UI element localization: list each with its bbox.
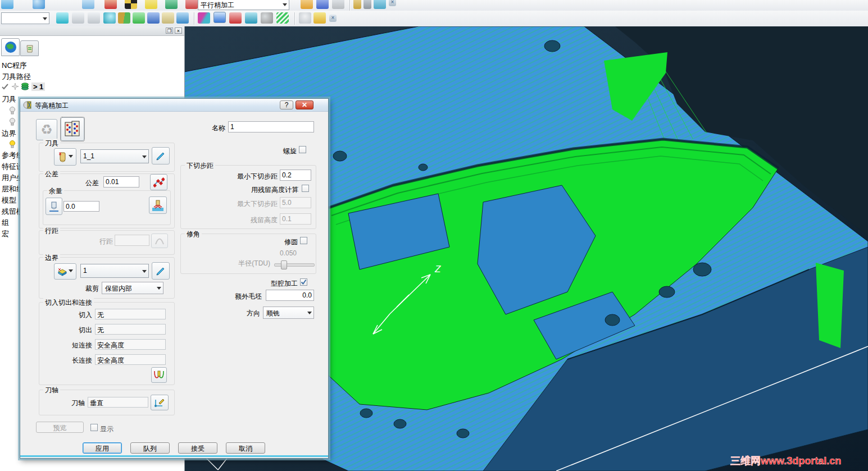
points-icon[interactable] xyxy=(185,0,198,9)
holder-icon[interactable] xyxy=(363,0,371,9)
panel-float-button[interactable]: ❐ xyxy=(166,28,173,34)
extra-stock-input[interactable]: 0.0 xyxy=(266,290,314,301)
round-corners-checkbox[interactable] xyxy=(300,237,307,244)
leads-icon[interactable] xyxy=(104,0,117,9)
rotate-icon[interactable] xyxy=(103,12,116,24)
name-input[interactable]: 1 xyxy=(228,121,314,132)
boundary-combo[interactable]: 1 xyxy=(80,264,149,278)
bulb-off-icon[interactable] xyxy=(9,107,16,115)
toolbar-separator xyxy=(194,12,195,25)
tolerance-input[interactable]: 0.01 xyxy=(103,176,139,188)
dialog-titlebar[interactable]: 等高精加工 ? ✕ xyxy=(20,99,328,112)
pattern-w-icon[interactable] xyxy=(145,0,157,9)
tool-combo[interactable]: 1_1 xyxy=(80,149,149,163)
panel-close-button[interactable]: × xyxy=(175,28,182,34)
list-icon[interactable] xyxy=(147,12,160,24)
lead-in-field[interactable]: 无 xyxy=(95,309,166,319)
dialog-icon xyxy=(23,100,32,109)
boundary-edit-button[interactable] xyxy=(152,262,170,280)
trim-dropdown-value: 保留内部 xyxy=(105,285,132,292)
thickness-input[interactable]: 0.0 xyxy=(63,201,99,212)
lamp-icon[interactable] xyxy=(299,12,311,24)
redo-icon[interactable] xyxy=(88,12,100,24)
red-points-icon[interactable] xyxy=(229,12,242,24)
copy-toolpath-button[interactable] xyxy=(61,117,84,141)
thickness-detail-button[interactable] xyxy=(149,196,167,214)
copy-icon[interactable] xyxy=(162,12,174,24)
world-tab[interactable] xyxy=(1,38,20,56)
tree-item-boundaries[interactable]: 边界 xyxy=(2,129,16,139)
stock-icon[interactable] xyxy=(82,0,94,9)
long-link-label: 长连接 xyxy=(54,356,92,365)
apply-button[interactable]: 应用 xyxy=(83,442,122,454)
check-icon xyxy=(1,83,9,90)
close-button[interactable]: ✕ xyxy=(296,100,313,109)
toolbar-close-icon[interactable]: × xyxy=(389,0,396,6)
direction-dropdown[interactable]: 顺铣 xyxy=(263,307,314,319)
calculator-icon[interactable] xyxy=(316,0,329,9)
cut-icon[interactable] xyxy=(176,12,189,24)
use-cusp-checkbox[interactable] xyxy=(302,185,309,192)
transform-icon[interactable] xyxy=(56,12,69,24)
axes-edit-icon[interactable] xyxy=(245,12,257,24)
slider-track[interactable] xyxy=(274,263,315,267)
leads-links-icon[interactable] xyxy=(313,12,326,24)
lead-out-field[interactable]: 无 xyxy=(95,324,166,335)
step-arrows-icon[interactable] xyxy=(118,12,130,24)
mesh-icon[interactable] xyxy=(165,0,178,9)
name-label: 名称 xyxy=(193,124,225,133)
tree-item-toolpaths[interactable]: 刀具路径 xyxy=(2,72,31,82)
undo-icon[interactable] xyxy=(72,12,84,24)
leads-links-button[interactable] xyxy=(151,367,167,383)
waves-icon[interactable] xyxy=(213,12,226,23)
tool-axis-group-label: 刀轴 xyxy=(43,386,60,395)
wizard-icon[interactable] xyxy=(301,0,313,9)
tool-axis-label: 刀轴 xyxy=(54,399,85,408)
tree-item-nc-programs[interactable]: NC程序 xyxy=(2,61,27,71)
tree-item-models[interactable]: 模型 xyxy=(2,195,16,205)
min-stepdown-input[interactable]: 0.2 xyxy=(280,170,311,181)
tool-axis-edit-button[interactable] xyxy=(151,395,169,410)
tool-axis-field[interactable]: 垂直 xyxy=(88,397,148,408)
recycle-toolpath-button[interactable]: ♻ xyxy=(36,119,57,140)
accept-button[interactable]: 接受 xyxy=(178,442,217,454)
bulb-on-icon[interactable] xyxy=(9,140,16,149)
tree-item-tools[interactable]: 刀具 xyxy=(2,94,16,104)
panel-icon[interactable] xyxy=(332,0,344,9)
tool-edit-button[interactable] xyxy=(152,147,170,164)
toolbar-close-icon[interactable]: × xyxy=(329,15,337,22)
help-button[interactable]: ? xyxy=(280,100,293,109)
compare-icon[interactable] xyxy=(261,12,273,24)
strategy-dropdown[interactable]: 平行精加工 xyxy=(198,0,289,10)
tool-icon[interactable] xyxy=(353,0,361,9)
sphere-icon[interactable] xyxy=(33,0,45,9)
slider-thumb[interactable] xyxy=(281,260,287,269)
block-icon[interactable] xyxy=(1,0,13,9)
boundary-type-button[interactable] xyxy=(54,263,76,280)
tree-item-macros[interactable]: 宏 xyxy=(2,229,9,239)
stats-icon[interactable] xyxy=(374,0,386,9)
show-checkbox[interactable] xyxy=(90,424,98,431)
spiral-checkbox[interactable] xyxy=(299,146,306,153)
explorer-titlebar[interactable]: ❐ × xyxy=(0,26,184,36)
trim-dropdown[interactable]: 保留内部 xyxy=(102,282,163,294)
bulb-off-icon[interactable] xyxy=(9,118,16,126)
queue-button[interactable]: 队列 xyxy=(130,442,170,454)
thickness-mode-button[interactable] xyxy=(46,198,62,215)
checker-ball-icon[interactable] xyxy=(125,0,137,9)
tool-type-button[interactable] xyxy=(54,148,76,166)
short-link-field[interactable]: 安全高度 xyxy=(95,339,166,350)
tree-item-groups[interactable]: 组 xyxy=(2,218,9,228)
curve-icon[interactable] xyxy=(198,12,210,24)
toolpath-strategy-icon xyxy=(64,120,81,138)
refresh-list-icon[interactable] xyxy=(133,12,145,24)
toolbar-combo[interactable] xyxy=(1,12,49,24)
recycle-bin-tab[interactable] xyxy=(20,40,39,56)
cancel-button[interactable]: 取消 xyxy=(226,442,265,454)
pocket-machining-checkbox[interactable] xyxy=(300,278,307,286)
max-stepdown-input: 5.0 xyxy=(280,197,311,208)
long-link-field[interactable]: 安全高度 xyxy=(95,354,166,365)
point-distribution-button[interactable] xyxy=(150,174,167,190)
diagonal-lines-icon[interactable] xyxy=(276,12,289,24)
tree-item-toolpath-1[interactable]: > 1 xyxy=(1,83,45,91)
